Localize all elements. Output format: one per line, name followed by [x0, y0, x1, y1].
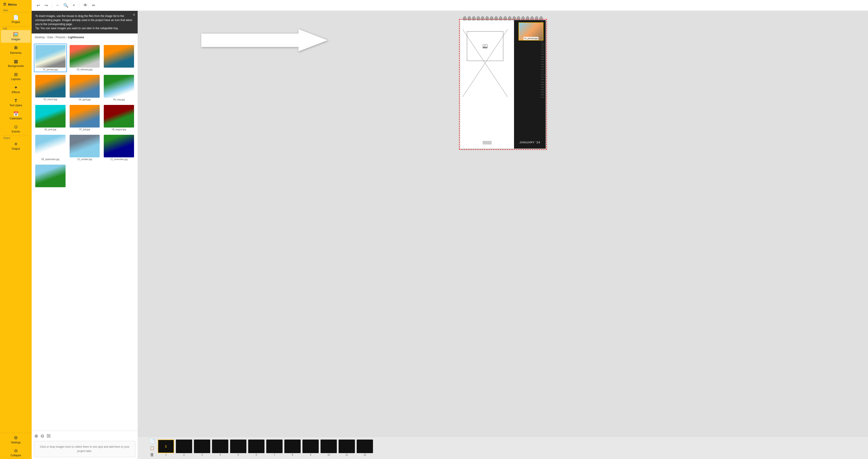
thumb-label-5: 5 [238, 454, 239, 456]
thumb-item-10[interactable]: 10 [320, 439, 337, 456]
sidebar-item-calendars[interactable]: 📅 Calendars [1, 109, 31, 122]
sidebar-item-layouts-label: Layouts [11, 78, 21, 81]
zoom-out-button[interactable]: − [55, 2, 60, 8]
tray-actions: ⊕ ⊖ ☒ [34, 433, 135, 439]
thumb-item-7[interactable]: 7 [266, 439, 283, 456]
image-thumb-13 [35, 164, 66, 187]
sidebar-item-project[interactable]: 📄 Project [1, 13, 31, 26]
image-item-12[interactable]: 11_november.jpg [102, 133, 135, 162]
image-label-6: 05_may.jpg [113, 98, 125, 101]
sidebar-item-collapse[interactable]: ⊖ Collapse [1, 446, 31, 459]
image-item-8[interactable]: 07_july.jpg [68, 103, 101, 132]
image-item-13[interactable] [34, 163, 67, 189]
breadcrumb-sep-3: / [66, 36, 67, 39]
zoom-button[interactable]: 🔍 [62, 2, 70, 9]
text-styles-icon: T [14, 98, 17, 103]
image-label-2: 02_february.jpg [77, 68, 92, 71]
image-item-7[interactable]: 06_june.jpg [34, 103, 67, 132]
thumb-img-6 [248, 439, 265, 453]
sidebar-item-events[interactable]: ⊙ Events [1, 122, 31, 135]
thumb-item-4[interactable]: 4 [212, 439, 228, 456]
month-label: January '24 [514, 141, 546, 144]
work-area: To insert images, use the mouse to drag … [32, 11, 868, 459]
delete-page-button[interactable]: 🗑 [149, 452, 155, 458]
notebook-content [460, 20, 514, 149]
image-thumb-4 [35, 75, 66, 97]
sidebar-item-text-styles[interactable]: T Text styles [1, 96, 31, 109]
spiral-ring [472, 16, 475, 20]
image-item-11[interactable]: 10_october.jpg [68, 133, 101, 162]
thumb-label-7: 7 [274, 454, 275, 456]
sidebar-item-backgrounds[interactable]: ▦ Backgrounds [1, 57, 31, 69]
sidebar-item-layouts[interactable]: ⊞ Layouts [1, 70, 31, 83]
thumb-item-11[interactable]: 11 [339, 439, 355, 456]
tray-drop-area[interactable]: Click or drop images here to collect the… [34, 441, 135, 457]
sidebar-item-output-label: Output [12, 147, 20, 150]
thumb-item-3[interactable]: 3 [194, 439, 210, 456]
sidebar: ☰ Menu Start 📄 Project Edit 🖼️ Images ✻ … [0, 0, 32, 459]
collapse-icon: ⊖ [14, 448, 18, 453]
image-item-3[interactable] [102, 43, 135, 72]
image-thumb-3 [104, 45, 134, 68]
undo-button[interactable]: ↩ [35, 2, 41, 9]
thumb-item-8[interactable]: 8 [284, 439, 301, 456]
thumb-label-9: 9 [310, 454, 311, 456]
tooltip-text: To insert images, use the mouse to drag … [35, 14, 132, 30]
image-item-5[interactable]: 04_april.jpg [68, 73, 101, 102]
zoom-in-button[interactable]: + [71, 2, 76, 8]
sidebar-item-collapse-label: Collapse [11, 454, 21, 457]
thumb-label-11: 11 [345, 454, 348, 456]
image-item-9[interactable]: 08_august.jpg [102, 103, 135, 132]
view-button[interactable]: 👁 [82, 2, 89, 8]
tooltip-close-button[interactable]: ✕ [132, 13, 135, 17]
redo-button[interactable]: ↪ [43, 2, 49, 9]
sidebar-item-settings[interactable]: ⚙ Settings [1, 433, 31, 446]
thumb-img-12 [357, 439, 373, 453]
image-thumb-12 [104, 135, 134, 157]
main-content: ↩ ↪ − 🔍 + 👁 ✏ To insert images, use the … [32, 0, 868, 459]
photo-frame-svg [463, 29, 508, 97]
thumb-item-1[interactable]: 1 1 [158, 439, 174, 456]
duplicate-page-button[interactable]: 📋 [149, 446, 155, 451]
thumb-item-6[interactable]: 6 [248, 439, 265, 456]
image-item-2[interactable]: 02_february.jpg [68, 43, 101, 72]
sidebar-item-output[interactable]: ✳ Output [1, 140, 31, 152]
tray-clear-button[interactable]: ☒ [46, 433, 51, 439]
canvas[interactable]: 1st 2nd 3rd 4th 5fr 6s 7th 8th 9th 10th [138, 11, 868, 436]
spiral-ring [499, 16, 502, 20]
draw-button[interactable]: ✏ [91, 2, 97, 9]
svg-marker-0 [201, 29, 328, 52]
spiral-ring [508, 16, 511, 20]
sidebar-item-images[interactable]: 🖼️ Images [1, 30, 31, 43]
image-item-10[interactable]: 09_september.jpg [34, 133, 67, 162]
tray-remove-button[interactable]: ⊖ [40, 433, 45, 439]
image-label-8: 07_july.jpg [79, 128, 90, 131]
menu-label[interactable]: Menu [8, 2, 17, 6]
image-label-11: 10_october.jpg [77, 158, 92, 160]
spiral-ring [522, 16, 525, 20]
breadcrumb-part-2[interactable]: Data [47, 36, 53, 39]
thumb-item-5[interactable]: 5 [230, 439, 246, 456]
sidebar-item-elements[interactable]: ✻ Elements [1, 43, 31, 56]
sidebar-item-effects[interactable]: ✦ Effects [1, 83, 31, 96]
thumb-item-2[interactable]: 2 [176, 439, 192, 456]
image-label-9: 08_august.jpg [112, 128, 126, 131]
breadcrumb-part-4[interactable]: Lighthouses [68, 36, 84, 39]
image-thumb-7 [35, 105, 66, 127]
image-item-6[interactable]: 05_may.jpg [102, 73, 135, 102]
sidebar-item-elements-label: Elements [10, 51, 22, 55]
thumb-item-12[interactable]: 12 [357, 439, 373, 456]
image-item-4[interactable]: 03_march.jpg [34, 73, 67, 102]
add-page-button[interactable]: 📄 [149, 438, 155, 444]
thumb-item-9[interactable]: 9 [303, 439, 319, 456]
breadcrumb-part-3[interactable]: Pictures [56, 36, 65, 39]
tray-add-button[interactable]: ⊕ [34, 433, 39, 439]
thumb-img-7 [266, 439, 283, 453]
sidebar-item-effects-label: Effects [12, 91, 20, 94]
breadcrumb-part-1[interactable]: Desktop [35, 36, 45, 39]
image-label-7: 06_june.jpg [44, 128, 56, 131]
image-item-1[interactable]: 01_january.jpg [34, 43, 67, 72]
image-thumb-5 [70, 75, 100, 97]
sidebar-header: ☰ Menu [0, 0, 32, 8]
thumb-label-8: 8 [292, 454, 293, 456]
